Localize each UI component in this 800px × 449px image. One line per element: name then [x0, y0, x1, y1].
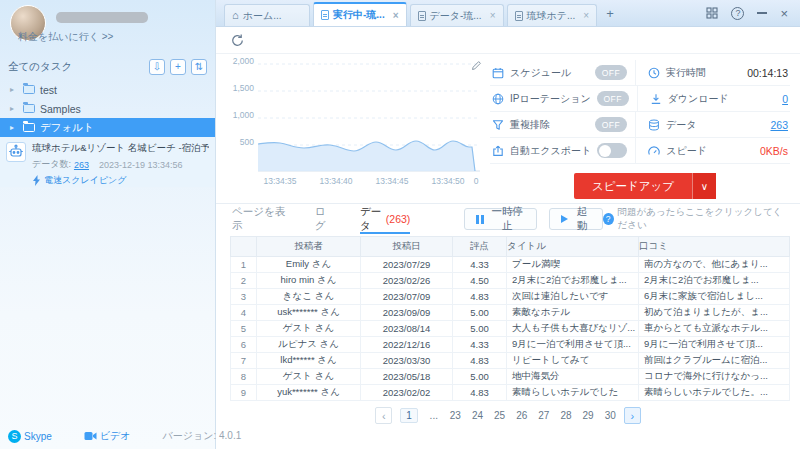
cell-review: 9月に一泊で利用させて頂...	[639, 337, 790, 353]
column-header[interactable]: タイトル	[507, 237, 639, 257]
cell-date: 2023/07/29	[361, 257, 453, 273]
folder-default[interactable]: ▸ デフォルト	[0, 118, 215, 137]
tab-show-page[interactable]: ページを表示	[232, 204, 289, 234]
refresh-icon[interactable]	[230, 33, 245, 48]
next-page-button[interactable]: ›	[624, 407, 641, 424]
page-number[interactable]: 25	[494, 410, 505, 421]
cell-date: 2023/05/18	[361, 369, 453, 385]
page-number[interactable]: ...	[429, 410, 439, 421]
close-tab-icon[interactable]: ×	[579, 10, 589, 21]
folder-icon	[23, 104, 35, 113]
new-tab-button[interactable]: +	[600, 3, 620, 23]
window-controls: ? ×	[706, 7, 800, 20]
tab-data-active[interactable]: データ(263)	[360, 204, 410, 234]
tasks-header-icons: ⇩ + ⇅	[144, 59, 207, 75]
chevron-down-icon[interactable]: ∨	[692, 173, 716, 199]
username-masked	[56, 12, 148, 23]
sync-tasks-icon[interactable]: ⇅	[191, 59, 207, 75]
page-number[interactable]: 26	[516, 410, 527, 421]
expand-arrow-icon[interactable]: ▸	[10, 104, 18, 113]
task-data-count[interactable]: 263	[74, 160, 89, 170]
pay-link[interactable]: 料金を払いに行く >>	[18, 30, 113, 44]
close-tab-icon[interactable]: ×	[389, 10, 399, 21]
minimize-icon[interactable]	[757, 12, 767, 14]
page-number[interactable]: 28	[560, 410, 571, 421]
cell-poster: ルピナス さん	[257, 337, 361, 353]
task-item[interactable]: 琉球ホテル&リゾート 名城ビーチ -宿泊予... データ数: 263 2023-…	[0, 137, 215, 187]
table-row[interactable]: 5 ゲスト さん 2023/08/14 5.00 大人も子供も大喜びなリゾ...…	[231, 321, 790, 337]
row-index: 7	[231, 353, 257, 369]
status-label: 実行時間	[666, 66, 706, 80]
table-row[interactable]: 4 usk******* さん 2023/09/09 5.00 素敵なホテル 初…	[231, 305, 790, 321]
add-task-icon[interactable]: +	[170, 59, 186, 75]
y-tick: 2,000	[224, 56, 254, 66]
y-tick: 500	[224, 137, 254, 147]
expand-arrow-icon[interactable]: ▸	[10, 85, 18, 94]
table-row[interactable]: 3 きなこ さん 2023/07/09 4.83 次回は連泊したいです 6月末に…	[231, 289, 790, 305]
tab-data[interactable]: データ-琉... ×	[410, 4, 504, 26]
close-window-icon[interactable]: ×	[780, 7, 788, 20]
page-number[interactable]: 24	[472, 410, 483, 421]
schedule-icon	[492, 67, 504, 79]
task-timestamp: 2023-12-19 13:34:56	[99, 160, 183, 170]
cell-date: 2023/08/14	[361, 321, 453, 337]
table-row[interactable]: 6 ルピナス さん 2022/12/16 4.33 9月に一泊で利用させて頂..…	[231, 337, 790, 353]
help-link[interactable]: ? 問題があったらここをクリックしてください	[603, 206, 790, 232]
row-index: 5	[231, 321, 257, 337]
tab-running[interactable]: 実行中-琉... ×	[313, 2, 407, 26]
video-link[interactable]: ビデオ	[100, 429, 131, 443]
x-tick: 0	[474, 176, 479, 186]
start-button[interactable]: 起動	[549, 208, 602, 230]
page-number[interactable]: 29	[583, 410, 594, 421]
import-task-icon[interactable]: ⇩	[149, 59, 165, 75]
auto-export-toggle[interactable]	[597, 143, 627, 158]
page-number[interactable]: 30	[605, 410, 616, 421]
help-text: 問題があったらここをクリックしてください	[618, 206, 791, 232]
page-number[interactable]: 23	[450, 410, 461, 421]
skype-link[interactable]: S Skype	[8, 430, 52, 443]
ip-rotation-toggle[interactable]: OFF	[597, 91, 629, 106]
close-tab-icon[interactable]: ×	[486, 10, 496, 21]
sidebar: 料金を払いに行く >> 全てのタスク ⇩ + ⇅ ▸ test ▸ Sample…	[0, 0, 216, 449]
cell-review: 南の方なので、他にあまり...	[639, 257, 790, 273]
table-row[interactable]: 9 yuk******* さん 2023/02/02 4.83 素晴らしいホテル…	[231, 385, 790, 401]
table-row[interactable]: 8 ゲスト さん 2023/05/18 5.00 地中海気分 コロナで海外に行け…	[231, 369, 790, 385]
status-grid: スケジュール OFF 実行時間 00:14:13	[490, 60, 790, 164]
table-row[interactable]: 2 hiro min さん 2023/02/26 4.50 2月末に2泊でお邪魔…	[231, 273, 790, 289]
tab-log[interactable]: ログ	[315, 204, 334, 234]
speed-up-button[interactable]: スピードアップ ∨	[574, 173, 716, 199]
dedup-toggle[interactable]: OFF	[595, 117, 627, 132]
help-circle-icon[interactable]: ?	[731, 7, 744, 20]
x-tick: 13:34:45	[375, 176, 408, 186]
cell-title: 素敵なホテル	[507, 305, 639, 321]
menu-grid-icon[interactable]	[706, 7, 718, 19]
schedule-toggle[interactable]: OFF	[595, 65, 627, 80]
data-count-link[interactable]: 263	[770, 119, 788, 131]
pause-button[interactable]: 一時停止	[464, 208, 537, 230]
column-header[interactable]: 口コミ	[639, 237, 790, 257]
row-index: 4	[231, 305, 257, 321]
column-header[interactable]: 評点	[453, 237, 507, 257]
edit-chart-icon[interactable]	[471, 60, 482, 71]
row-index: 9	[231, 385, 257, 401]
table-row[interactable]: 1 Emily さん 2023/07/29 4.33 プール満喫 南の方なので、…	[231, 257, 790, 273]
page-number[interactable]: 1	[400, 408, 418, 423]
folder-samples[interactable]: ▸ Samples	[0, 99, 215, 118]
folder-test[interactable]: ▸ test	[0, 80, 215, 99]
status-row: IPローテーション OFF ダウンロード 0	[490, 86, 790, 112]
tab-hotel[interactable]: 琉球ホテ... ×	[507, 4, 598, 26]
x-tick: 13:34:50	[431, 176, 464, 186]
column-header[interactable]: 投稿日	[361, 237, 453, 257]
prev-page-button[interactable]: ‹	[375, 407, 392, 424]
tab-home[interactable]: ⌂ ホーム...	[224, 4, 310, 26]
video-icon	[84, 431, 97, 441]
status-label: データ	[666, 118, 696, 132]
page-number[interactable]: 27	[538, 410, 549, 421]
expand-arrow-icon[interactable]: ▸	[10, 123, 18, 132]
download-count-link[interactable]: 0	[782, 93, 788, 105]
status-label: ダウンロード	[668, 92, 729, 106]
column-header[interactable]: 投稿者	[257, 237, 361, 257]
table-row[interactable]: 7 lkd****** さん 2023/03/30 4.83 リピートしてみて …	[231, 353, 790, 369]
status-row: スケジュール OFF 実行時間 00:14:13	[490, 60, 790, 86]
status-label: スピード	[666, 144, 707, 158]
